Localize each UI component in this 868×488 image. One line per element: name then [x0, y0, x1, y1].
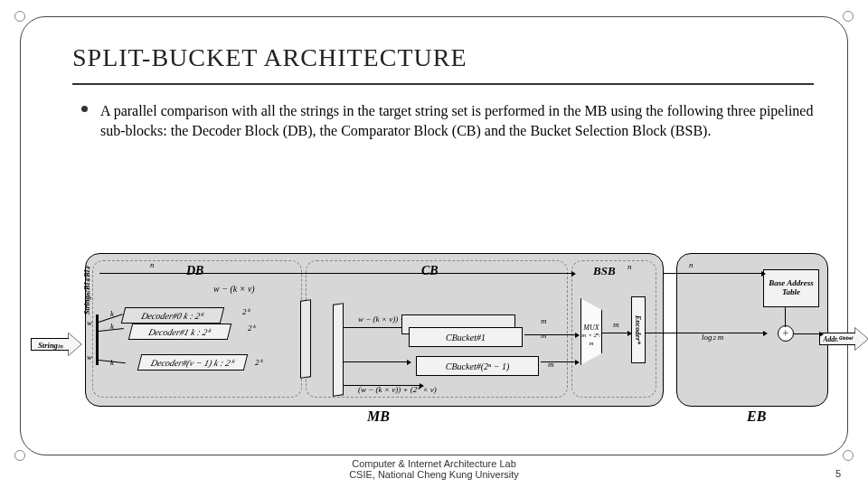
bus-2k-1: 2ᵏ	[242, 307, 250, 316]
mb-label: MB	[367, 408, 390, 425]
bus-2k-3: 2ᵏ	[255, 358, 263, 367]
collector-1	[300, 299, 311, 379]
bus-m2: m	[541, 331, 547, 340]
input-arrow: Stringᵢₙ	[31, 333, 83, 356]
cb-label: CB	[421, 264, 439, 278]
slide-title: SPLIT-BUCKET ARCHITECTURE	[72, 43, 467, 72]
bus-w2: w	[87, 352, 92, 361]
footer: Computer & Internet Architecture Lab CSI…	[0, 458, 868, 481]
bus-n-right: n	[689, 260, 693, 269]
encoder: Encoder*	[631, 296, 646, 363]
decoder-1: Decoder#1 k : 2ᵏ	[128, 324, 231, 340]
slide-number: 5	[835, 468, 841, 479]
side-input-label: Stringᵢₙ:BI₁:BI₂	[83, 269, 91, 314]
bus-n-top2: n	[627, 262, 632, 271]
bus-2k-2: 2ᵏ	[248, 324, 256, 333]
bsb-label: BSB	[593, 264, 616, 278]
bullet-text: A parallel comparison with all the strin…	[100, 101, 814, 140]
expr-low: (w − (k × v)) + (2ᵏ × v)	[358, 385, 437, 394]
bus-m1: m	[541, 316, 547, 325]
cbucket-1: CBucket#1	[409, 327, 523, 347]
adder-circle: +	[778, 325, 794, 342]
db-label: DB	[186, 264, 203, 278]
collector-2	[333, 303, 344, 397]
bullet-block: A parallel comparison with all the strin…	[81, 101, 814, 140]
bus-k3: k	[110, 358, 114, 367]
bus-n-top: n	[150, 260, 155, 269]
expr-top: w − (k × v)	[213, 284, 255, 294]
bullet-icon	[81, 106, 88, 112]
eb-label: EB	[747, 408, 766, 425]
cbucket-n: CBucket#(2ⁿ − 1)	[416, 356, 539, 376]
bus-m3: m	[548, 360, 554, 369]
log2m: log₂ m	[702, 333, 723, 342]
decoder-v: Decoder#(v − 1) k : 2ᵏ	[137, 354, 248, 371]
output-arrow: Addr.ᴳˡᵒᵇᵃˡ	[819, 327, 868, 351]
architecture-diagram: MB EB DB CB BSB Stringᵢₙ:BI₁:BI₂ Stringᵢ…	[33, 244, 835, 425]
decoder-0: Decoder#0 k : 2ᵏ	[121, 307, 224, 324]
base-address-table: Base Address Table	[763, 269, 819, 307]
bus-w1: w	[87, 318, 92, 327]
bus-m-out: m	[613, 320, 619, 329]
title-underline	[72, 83, 814, 85]
